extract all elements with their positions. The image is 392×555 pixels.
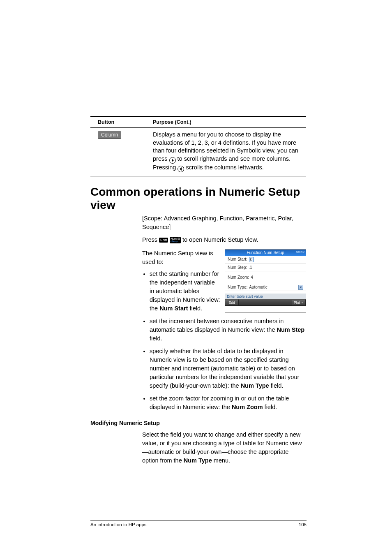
calc-numtype-label: Num Type:: [228, 285, 247, 289]
bullet2-a: set the increment between consecutive nu…: [150, 318, 284, 333]
calc-numstart-value: 0: [249, 257, 254, 262]
bullet4-c: field.: [263, 404, 277, 410]
calc-numstep-value: .1: [249, 265, 252, 270]
section-heading: Common operations in Numeric Setup view: [90, 185, 306, 212]
calc-field-numstart: Num Start: 0: [225, 256, 306, 264]
bullet3-b: Num Type: [241, 382, 269, 389]
calc-plot-button: Plot→: [292, 299, 306, 306]
subheading-modifying: Modifying Numeric Setup: [90, 420, 306, 426]
calc-numzoom-value: 4: [251, 275, 253, 280]
calc-field-numstep: Num Step: .1: [225, 264, 306, 271]
purpose-segment-3: scrolls the columns leftwards.: [186, 164, 263, 171]
calc-title: Function Num Setup: [247, 250, 284, 255]
calc-numzoom-label: Num Zoom:: [228, 275, 249, 280]
table-header-button: Button: [98, 119, 153, 125]
table-rule-bottom: [90, 176, 306, 176]
calc-numtype-value: Automatic: [249, 285, 267, 289]
bullet2-c: field.: [150, 335, 162, 342]
calc-title-bar: Function Num Setup 09:49: [225, 250, 306, 256]
calc-numstart-label: Num Start:: [228, 257, 247, 262]
num-key-top: Num: [171, 237, 177, 240]
calc-hint: Enter table start value: [225, 294, 306, 299]
press-instruction: Press Shift Num ⊟ •Setup to open Numeric…: [142, 236, 306, 244]
page-number: 105: [299, 522, 307, 527]
table-purpose-text: Displays a menu for you to choose to dis…: [153, 131, 306, 172]
bullet1-b: Num Start: [159, 305, 188, 312]
list-item: set the zoom factor for zooming in or ou…: [150, 394, 306, 412]
footer-title: An introduction to HP apps: [90, 522, 147, 527]
page-footer: An introduction to HP apps 105: [90, 520, 307, 527]
list-item: specify whether the table of data to be …: [150, 347, 306, 390]
subpara-c: menu.: [212, 457, 230, 464]
num-setup-key-icon: Num ⊟ •Setup: [170, 237, 181, 243]
shift-key-icon: Shift: [159, 238, 168, 243]
num-key-sub: •Setup: [171, 240, 180, 243]
scope-note: [Scope: Advanced Graphing, Function, Par…: [142, 214, 306, 231]
bullet2-b: Num Step: [277, 326, 304, 333]
chevron-down-icon: [298, 285, 303, 290]
list-item: set the increment between consecutive nu…: [150, 317, 306, 343]
cursor-right-icon: [169, 157, 176, 164]
calculator-screenshot: Function Num Setup 09:49 Num Start: 0 Nu…: [225, 249, 306, 313]
bullet4-b: Num Zoom: [232, 404, 263, 410]
used-to-intro: The Numeric Setup view is used to:: [142, 250, 213, 265]
calc-softkey-menu: Edit Plot→: [225, 299, 306, 306]
press-pre: Press: [142, 236, 159, 243]
calc-edit-button: Edit: [225, 299, 239, 306]
table-header-purpose: Purpose (Cont.): [153, 119, 306, 125]
press-post: to open Numeric Setup view.: [182, 236, 258, 243]
calc-field-numtype: Num Type: Automatic: [225, 284, 306, 291]
calc-numstep-label: Num Step:: [228, 265, 247, 270]
cursor-left-icon: [178, 166, 184, 172]
list-item: set the starting number for the independ…: [150, 270, 221, 313]
calc-field-numzoom: Num Zoom: 4: [225, 274, 306, 281]
modifying-paragraph: Select the field you want to change and …: [142, 430, 306, 465]
calc-clock: 09:49: [296, 250, 304, 254]
column-softkey-button[interactable]: Column: [98, 131, 121, 139]
bullet3-c: field.: [269, 382, 284, 389]
table-row: Column Displays a menu for you to choose…: [90, 128, 306, 176]
table-header-row: Button Purpose (Cont.): [90, 117, 306, 127]
bullet1-c: field.: [188, 305, 202, 312]
subpara-b: Num Type: [184, 457, 212, 464]
